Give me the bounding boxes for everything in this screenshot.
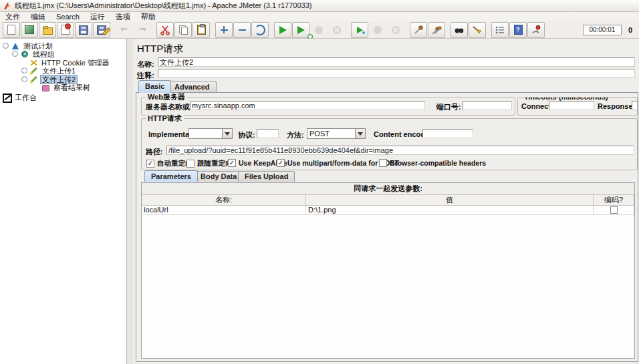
- clear-all-button[interactable]: [428, 22, 445, 38]
- encode-checkbox[interactable]: [610, 206, 618, 214]
- comment-label: 注释:: [137, 71, 154, 81]
- remote-start-all-button[interactable]: [351, 22, 368, 38]
- cookie-manager-icon: [29, 59, 38, 67]
- tree-node-thread-group[interactable]: 线程组: [12, 49, 56, 58]
- param-encode-cell[interactable]: [594, 206, 634, 214]
- browser-compatible-headers-checkbox[interactable]: Browser-compatible headers: [379, 159, 486, 167]
- tree-node-view-results-tree[interactable]: 察看结果树: [41, 83, 92, 92]
- method-select[interactable]: POST: [307, 128, 366, 139]
- comment-input[interactable]: [158, 69, 635, 77]
- menu-run[interactable]: 运行: [85, 13, 110, 21]
- clear-button[interactable]: [410, 22, 427, 38]
- cut-button[interactable]: [156, 22, 174, 38]
- start-no-pauses-button[interactable]: [292, 22, 309, 38]
- paste-button[interactable]: [193, 22, 210, 38]
- thread-group-icon: [21, 50, 29, 58]
- undo-button[interactable]: [116, 22, 133, 38]
- remote-shutdown-all-button[interactable]: [387, 22, 404, 38]
- help-book-icon: [514, 25, 523, 35]
- checkbox-mark[interactable]: ✓: [228, 159, 236, 167]
- parameters-table: 同请求一起发送参数: 名称: 值 编码? localUrl D:\1.png: [141, 182, 635, 359]
- method-value: POST: [309, 130, 330, 138]
- path-input[interactable]: [166, 146, 634, 155]
- menu-options[interactable]: 选项: [110, 13, 136, 21]
- tree-node-file-upload-1[interactable]: 文件上传1: [21, 66, 77, 75]
- menu-help[interactable]: 帮助: [136, 13, 161, 21]
- toggle-button[interactable]: [251, 22, 269, 38]
- port-input[interactable]: [463, 101, 512, 110]
- templates-button[interactable]: [21, 22, 38, 38]
- tree-expand-handle[interactable]: [3, 43, 9, 49]
- redo-button[interactable]: [134, 22, 151, 38]
- new-file-button[interactable]: [3, 22, 20, 38]
- help-button[interactable]: [509, 22, 527, 38]
- param-name-cell[interactable]: localUrl: [142, 206, 306, 214]
- search-button[interactable]: [451, 22, 468, 38]
- tree-node-label[interactable]: 工作台: [13, 94, 38, 102]
- web-server-legend: Web服务器: [146, 93, 187, 101]
- protocol-input[interactable]: [257, 129, 279, 138]
- column-header-encode: 编码?: [594, 195, 634, 205]
- tab-files-upload[interactable]: Files Upload: [238, 171, 295, 182]
- save-button[interactable]: [75, 22, 92, 38]
- server-name-input[interactable]: [190, 101, 425, 110]
- open-file-button[interactable]: [39, 22, 56, 38]
- elapsed-timer: 00:00:01: [583, 25, 622, 35]
- tree-node-label[interactable]: 文件上传1: [41, 67, 77, 75]
- checkbox-mark[interactable]: [186, 160, 195, 168]
- menu-file[interactable]: 文件: [0, 13, 25, 21]
- start-button[interactable]: [274, 22, 291, 38]
- response-timeout-label: Response:: [598, 102, 635, 110]
- menu-search[interactable]: Search: [51, 13, 85, 21]
- checkbox-mark[interactable]: ✓: [277, 159, 285, 167]
- close-file-button[interactable]: [57, 22, 74, 38]
- tab-basic[interactable]: Basic: [138, 80, 171, 93]
- http-sampler-icon: [30, 67, 39, 75]
- stop-button[interactable]: [310, 22, 328, 38]
- collapse-all-button[interactable]: [233, 22, 251, 38]
- implementation-select[interactable]: [188, 128, 233, 139]
- follow-redirects-checkbox[interactable]: 跟随重定向: [186, 159, 233, 168]
- tree-node-label[interactable]: HTTP Cookie 管理器: [40, 59, 111, 67]
- tab-parameters[interactable]: Parameters: [144, 170, 198, 182]
- tree-expand-handle[interactable]: [12, 51, 18, 57]
- search-reset-button[interactable]: [469, 22, 486, 38]
- tree-node-label[interactable]: 测试计划: [22, 42, 54, 50]
- tree-node-label[interactable]: 文件上传2: [41, 75, 77, 83]
- tab-advanced[interactable]: Advanced: [168, 81, 217, 93]
- shutdown-button[interactable]: [328, 22, 346, 38]
- undo-icon: [119, 25, 130, 35]
- toggle-icon: [255, 25, 265, 35]
- param-value-cell[interactable]: D:\1.png: [306, 206, 594, 214]
- function-helper-icon: [495, 25, 505, 35]
- name-input[interactable]: [158, 57, 635, 67]
- tree-node-workbench[interactable]: 工作台: [3, 93, 38, 102]
- tree-expand-handle[interactable]: [21, 76, 27, 82]
- tree-node-label[interactable]: 线程组: [31, 50, 56, 58]
- help-about-button[interactable]: [527, 22, 545, 38]
- response-timeout-input[interactable]: [632, 101, 638, 110]
- tree-node-label[interactable]: 察看结果树: [52, 83, 92, 92]
- tab-body-data[interactable]: Body Data: [194, 171, 243, 182]
- connect-timeout-input[interactable]: [549, 101, 594, 110]
- method-label: 方法:: [287, 130, 304, 140]
- copy-button[interactable]: [174, 22, 192, 38]
- content-encoding-input[interactable]: [422, 129, 473, 138]
- checkbox-mark[interactable]: [379, 159, 387, 167]
- chevron-down-icon[interactable]: [355, 129, 365, 138]
- chevron-down-icon[interactable]: [222, 129, 232, 138]
- save-icon: [79, 25, 88, 35]
- expand-all-button[interactable]: [215, 22, 233, 38]
- menu-edit[interactable]: 编辑: [25, 13, 51, 21]
- checkbox-mark[interactable]: ✓: [146, 160, 154, 168]
- search-binoculars-icon: [454, 25, 465, 35]
- tree-splitter[interactable]: [127, 39, 132, 364]
- expand-all-icon: [221, 26, 228, 33]
- tree-expand-handle[interactable]: [21, 67, 27, 73]
- remote-stop-all-button[interactable]: [369, 22, 386, 38]
- redirect-automatically-checkbox[interactable]: ✓ 自动重定向: [146, 159, 193, 168]
- basic-tab-panel: Web服务器 服务器名称或IP: 端口号: Timeouts (millisec…: [136, 92, 638, 362]
- table-row[interactable]: localUrl D:\1.png: [142, 206, 634, 215]
- save-as-button[interactable]: [93, 22, 110, 38]
- function-helper-button[interactable]: [491, 22, 509, 38]
